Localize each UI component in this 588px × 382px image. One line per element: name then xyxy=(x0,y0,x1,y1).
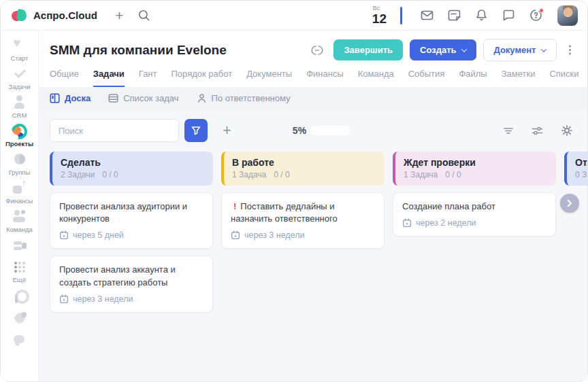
sidebar-item-start[interactable]: Старт xyxy=(11,37,29,62)
column-count: 1 Задача xyxy=(404,170,438,179)
kanban-icon xyxy=(50,93,60,103)
sidebar-item-bars[interactable] xyxy=(12,237,27,255)
column-header[interactable]: Отложено0 Задач xyxy=(564,152,587,186)
notes-icon[interactable] xyxy=(444,6,463,25)
calendar-widget[interactable]: Вс 12 xyxy=(372,5,387,25)
task-card[interactable]: Провести анализ аккаунта и создать страт… xyxy=(50,256,213,312)
filter-button[interactable] xyxy=(184,119,208,142)
document-button-label: Документ xyxy=(494,45,536,55)
brand-name: Аспро.Cloud xyxy=(33,10,97,21)
tab[interactable]: Списки xyxy=(549,69,578,87)
chevron-down-icon xyxy=(540,46,546,52)
column-ratio: 0 / 0 xyxy=(102,170,118,179)
chevron-down-icon xyxy=(461,46,466,52)
column-title: В работе xyxy=(232,157,376,168)
start-icon xyxy=(12,37,27,52)
view-label: По ответственному xyxy=(212,93,291,103)
column-ratio: 0 / 0 xyxy=(445,170,461,179)
sidebar-item-app-chat[interactable] xyxy=(12,331,27,349)
view-task-list[interactable]: Список задач xyxy=(108,93,178,103)
tab[interactable]: Задачи xyxy=(93,69,125,87)
column-header[interactable]: Ждет проверки1 Задача0 / 0 xyxy=(393,152,556,186)
tab[interactable]: Файлы xyxy=(459,69,487,87)
board-toolbar: + 5% xyxy=(50,119,587,142)
view-by-assignee[interactable]: По ответственному xyxy=(197,93,291,103)
mail-icon[interactable] xyxy=(417,6,436,25)
kanban-column: Сделать2 Задачи0 / 0Провести анализа ауд… xyxy=(50,152,213,313)
list-icon xyxy=(108,93,118,103)
create-button[interactable]: Создать xyxy=(410,39,476,60)
tasks-icon xyxy=(12,66,27,81)
tab[interactable]: События xyxy=(408,69,445,87)
task-card[interactable]: !Поставить дедлайны и назначить ответств… xyxy=(221,192,385,249)
tab[interactable]: Документы xyxy=(246,69,292,87)
column-header[interactable]: В работе1 Задача0 / 0 xyxy=(221,152,385,186)
sidebar-item-projects[interactable]: Проекты xyxy=(5,123,33,147)
p-icon xyxy=(12,289,27,304)
gear-icon[interactable] xyxy=(560,124,574,137)
sidebar-item-more[interactable]: Ещё xyxy=(12,259,27,283)
copy-link-icon[interactable] xyxy=(308,41,327,60)
sidebar-item-tasks[interactable]: Задачи xyxy=(9,66,31,90)
column-cards: Создание плана работчерез 2 недели xyxy=(393,192,556,237)
column-title: Сделать xyxy=(61,157,205,168)
bell-icon[interactable] xyxy=(472,6,491,25)
header-more-icon[interactable] xyxy=(569,49,572,52)
document-button[interactable]: Документ xyxy=(483,39,557,61)
sidebar-item-label: Финансы xyxy=(6,197,33,205)
tab[interactable]: Общие xyxy=(50,69,79,87)
column-title: Отложено xyxy=(575,157,587,168)
groups-icon xyxy=(12,152,27,167)
sidebar: СтартЗадачиCRMПроектыГруппыФинансыКоманд… xyxy=(1,31,39,382)
global-add-button[interactable]: + xyxy=(115,8,123,22)
progress-value: 5% xyxy=(293,125,306,136)
sort-icon[interactable] xyxy=(502,124,514,137)
help-icon[interactable] xyxy=(526,6,545,25)
chat-icon[interactable] xyxy=(499,6,518,25)
kanban-column: Ждет проверки1 Задача0 / 0Создание плана… xyxy=(393,152,556,237)
column-header[interactable]: Сделать2 Задачи0 / 0 xyxy=(50,152,213,186)
sidebar-item-groups[interactable]: Группы xyxy=(9,152,31,176)
more-icon xyxy=(12,259,27,274)
global-search-icon[interactable] xyxy=(134,6,153,25)
scroll-right-button[interactable] xyxy=(560,194,579,213)
sidebar-item-app-gear[interactable] xyxy=(12,309,27,327)
tab[interactable]: Заметки xyxy=(502,69,536,87)
sidebar-nav: СтартЗадачиCRMПроектыГруппыФинансыКоманд… xyxy=(5,37,33,349)
team-icon xyxy=(12,209,27,224)
sidebar-item-label: Старт xyxy=(11,54,29,62)
sidebar-item-team[interactable]: Команда xyxy=(6,209,33,233)
topbar-divider xyxy=(400,7,402,24)
complete-button[interactable]: Завершить xyxy=(333,39,403,60)
search-input[interactable] xyxy=(50,119,179,142)
task-card[interactable]: Создание плана работчерез 2 недели xyxy=(393,192,556,237)
sidebar-item-label: Ещё xyxy=(13,276,26,283)
view-label: Доска xyxy=(65,93,91,103)
tab[interactable]: Порядок работ xyxy=(172,69,233,87)
priority-icon: ! xyxy=(233,201,236,211)
task-due: через 3 недели xyxy=(59,294,203,304)
task-card[interactable]: Провести анализа аудитории и конкурентов… xyxy=(50,192,213,249)
kanban-column: В работе1 Задача0 / 0!Поставить дедлайны… xyxy=(221,152,385,249)
add-task-button[interactable]: + xyxy=(218,122,235,139)
sidebar-item-finance[interactable]: Финансы xyxy=(6,180,33,205)
task-due-text: через 3 недели xyxy=(73,294,133,304)
view-board[interactable]: Доска xyxy=(50,93,91,103)
tab[interactable]: Гант xyxy=(139,69,157,87)
chevron-right-icon xyxy=(566,199,574,207)
sidebar-item-crm[interactable]: CRM xyxy=(12,94,27,119)
task-due-text: через 3 недели xyxy=(244,230,304,240)
crm-icon xyxy=(12,94,27,109)
gear-blob-icon xyxy=(12,311,27,326)
user-avatar[interactable] xyxy=(557,5,578,26)
sliders-icon[interactable] xyxy=(531,124,544,137)
task-title: Провести анализа аудитории и конкурентов xyxy=(59,201,187,224)
sidebar-item-app-p[interactable] xyxy=(12,288,27,305)
project-tabs: ОбщиеЗадачиГантПорядок работДокументыФин… xyxy=(50,69,576,87)
tab[interactable]: Команда xyxy=(358,69,394,87)
calendar-icon xyxy=(59,230,69,240)
tab[interactable]: Финансы xyxy=(306,69,344,87)
project-header: SMM для компании Evelone Завершить Созда… xyxy=(39,31,587,87)
board-area: + 5% xyxy=(39,109,587,382)
funnel-icon xyxy=(191,125,201,136)
